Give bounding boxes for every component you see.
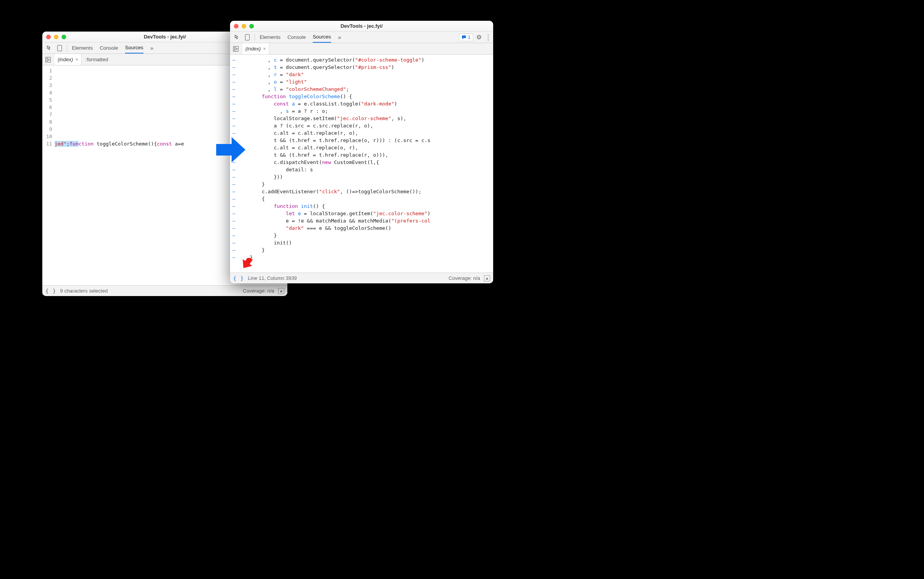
minimize-icon[interactable] <box>54 35 58 39</box>
navigator-toggle-icon[interactable] <box>44 57 52 62</box>
toggle-device-icon[interactable] <box>55 44 65 53</box>
statusbar: { } 9 characters selected Coverage: n/a … <box>42 285 287 296</box>
close-tab-icon[interactable]: × <box>75 57 78 62</box>
pretty-print-icon[interactable]: { } <box>233 275 244 281</box>
coverage-label: Coverage: n/a <box>449 275 480 281</box>
file-tab-label: :formatted <box>85 57 108 62</box>
tab-sources[interactable]: Sources <box>125 42 143 54</box>
code-content[interactable]: , c = document.querySelector("#color-sch… <box>238 55 493 273</box>
settings-icon[interactable]: ⚙ <box>476 33 482 41</box>
close-icon[interactable] <box>46 35 51 39</box>
toggle-device-icon[interactable] <box>242 33 252 42</box>
main-toolbar: Elements Console Sources » 1 ⚙ ⋮ <box>230 32 493 43</box>
status-text: Line 11, Column 3939 <box>248 275 297 281</box>
sources-tabbar: (index) × <box>230 43 493 55</box>
file-tab-label: (index) <box>245 46 261 52</box>
inspect-icon[interactable] <box>232 33 242 42</box>
tab-elements[interactable]: Elements <box>260 32 280 43</box>
code-editor[interactable]: –––––––––––––––––––––––––––– , c = docum… <box>230 55 493 273</box>
titlebar[interactable]: DevTools - jec.fyi/ <box>230 21 493 32</box>
separator <box>255 34 255 41</box>
file-tab-formatted[interactable]: :formatted <box>84 54 111 65</box>
tab-elements[interactable]: Elements <box>72 42 93 54</box>
file-tab-index[interactable]: (index) × <box>55 54 82 65</box>
traffic-lights <box>234 24 254 28</box>
issues-badge[interactable]: 1 <box>459 33 473 41</box>
coverage-label: Coverage: n/a <box>243 288 274 294</box>
tab-more[interactable]: » <box>150 42 153 54</box>
close-icon[interactable] <box>234 24 239 28</box>
line-gutter: 1234567891011 <box>42 65 55 285</box>
navigator-toggle-icon[interactable] <box>232 46 240 52</box>
zoom-icon[interactable] <box>249 24 254 28</box>
tab-console[interactable]: Console <box>100 42 118 54</box>
file-tab-label: (index) <box>58 57 73 62</box>
devtools-window-after: DevTools - jec.fyi/ Elements Console Sou… <box>230 21 493 283</box>
more-options-icon[interactable]: ⋮ <box>485 33 491 42</box>
status-text: 9 characters selected <box>60 288 108 294</box>
separator <box>67 45 67 52</box>
line-gutter: –––––––––––––––––––––––––––– <box>230 55 238 273</box>
tab-sources[interactable]: Sources <box>313 32 331 43</box>
tab-more[interactable]: » <box>338 32 341 43</box>
close-tab-icon[interactable]: × <box>263 46 266 52</box>
panel-tabs: Elements Console Sources » <box>257 32 341 43</box>
zoom-icon[interactable] <box>62 35 66 39</box>
inspect-icon[interactable] <box>45 44 55 53</box>
scroll-top-icon[interactable]: ▲ <box>278 288 284 294</box>
traffic-lights <box>46 35 66 39</box>
svg-marker-2 <box>235 47 237 50</box>
file-tab-index[interactable]: (index) × <box>242 43 269 54</box>
tab-console[interactable]: Console <box>287 32 306 43</box>
svg-marker-0 <box>47 58 50 61</box>
window-title: DevTools - jec.fyi/ <box>230 23 493 29</box>
chat-icon <box>462 35 466 40</box>
statusbar: { } Line 11, Column 3939 Coverage: n/a ▲ <box>230 273 493 283</box>
issues-count: 1 <box>468 35 470 40</box>
panel-tabs: Elements Console Sources » <box>70 42 153 54</box>
minimize-icon[interactable] <box>242 24 246 28</box>
scroll-top-icon[interactable]: ▲ <box>484 275 490 281</box>
pretty-print-icon[interactable]: { } <box>45 288 56 294</box>
